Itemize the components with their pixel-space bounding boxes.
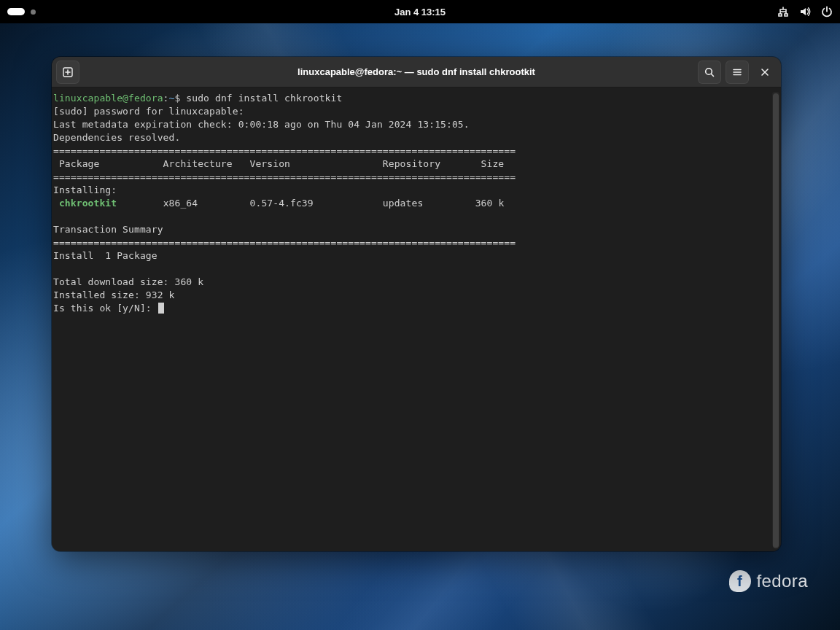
fedora-wordmark: fedora <box>757 571 808 591</box>
line-rule: ========================================… <box>53 171 516 182</box>
cursor <box>158 303 164 314</box>
activities-button[interactable] <box>7 8 36 15</box>
volume-icon <box>799 6 811 18</box>
line-sudo: [sudo] password for linuxcapable: <box>53 106 250 117</box>
window-titlebar[interactable]: linuxcapable@fedora:~ — sudo dnf install… <box>52 57 781 88</box>
scrollbar-thumb[interactable] <box>773 93 779 548</box>
line-installing: Installing: <box>53 184 117 195</box>
window-title: linuxcapable@fedora:~ — sudo dnf install… <box>298 66 535 77</box>
line-meta: Last metadata expiration check: 0:00:18 … <box>53 119 470 130</box>
terminal-output[interactable]: linuxcapable@fedora:~$ sudo dnf install … <box>53 92 772 547</box>
search-icon <box>704 66 715 78</box>
network-icon <box>777 6 789 18</box>
pkg-rest: x86_64 0.57-4.fc39 updates 360 k <box>117 198 504 209</box>
plus-box-icon <box>62 66 74 78</box>
line-txn: Transaction Summary <box>53 224 163 235</box>
pkg-name: chkrootkit <box>59 198 117 209</box>
power-icon <box>821 6 833 18</box>
line-install-count: Install 1 Package <box>53 250 158 261</box>
line-rule: ========================================… <box>53 237 516 248</box>
close-icon <box>759 66 771 78</box>
menu-button[interactable] <box>726 61 749 84</box>
line-header: Package Architecture Version Repository … <box>53 158 504 169</box>
clock[interactable]: Jan 4 13:15 <box>394 7 446 18</box>
terminal-scrollbar[interactable] <box>772 92 779 547</box>
activities-dot-icon <box>31 9 36 15</box>
line-confirm: Is this ok [y/N]: <box>53 303 158 314</box>
close-button[interactable] <box>753 61 777 84</box>
prompt-user: linuxcapable@fedora <box>53 93 163 104</box>
search-button[interactable] <box>698 61 721 84</box>
activities-pill-icon <box>7 8 25 15</box>
line-deps: Dependencies resolved. <box>53 132 180 143</box>
line-dl-size: Total download size: 360 k <box>53 276 203 287</box>
prompt-sep: : <box>163 93 169 104</box>
gnome-topbar: Jan 4 13:15 <box>0 0 840 23</box>
line-inst-size: Installed size: 932 k <box>53 289 174 300</box>
new-tab-button[interactable] <box>56 61 79 84</box>
hamburger-icon <box>731 66 743 78</box>
line-rule: ========================================… <box>53 145 516 156</box>
fedora-logo-icon: f <box>729 570 751 592</box>
fedora-watermark: f fedora <box>729 570 808 592</box>
terminal-body[interactable]: linuxcapable@fedora:~$ sudo dnf install … <box>52 88 781 551</box>
terminal-window: linuxcapable@fedora:~ — sudo dnf install… <box>52 57 781 551</box>
system-status-area[interactable] <box>777 6 833 18</box>
command-text: sudo dnf install chkrootkit <box>186 93 342 104</box>
pkg-pad <box>53 198 59 209</box>
prompt-dollar: $ <box>174 93 186 104</box>
